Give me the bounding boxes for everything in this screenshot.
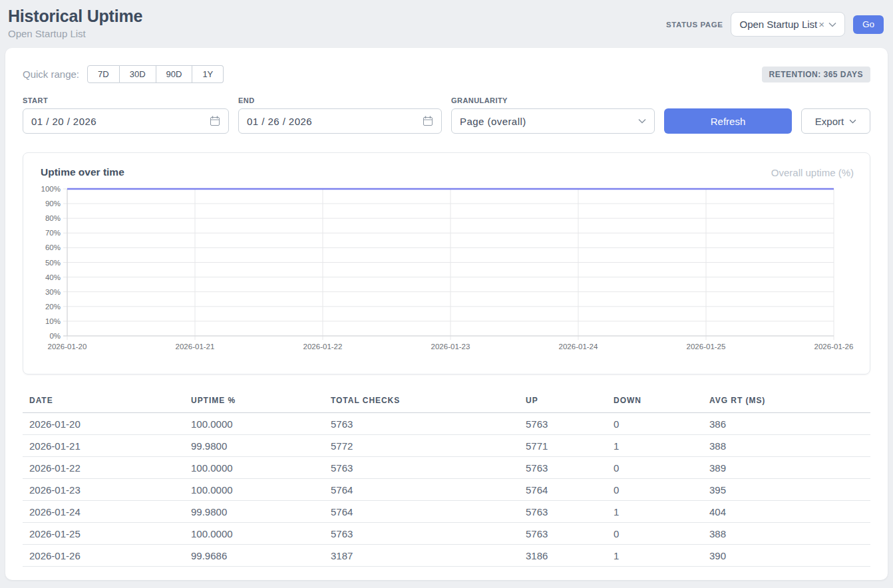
column-header: AVG RT (MS): [703, 390, 870, 413]
status-page-select[interactable]: Open Startup List ×: [731, 12, 845, 37]
status-page-select-value: Open Startup List: [739, 19, 817, 30]
export-button[interactable]: Export: [801, 108, 870, 134]
filters-row: START 01 / 20 / 2026 END 01 / 26 / 2026 …: [23, 96, 870, 134]
column-header: TOTAL CHECKS: [324, 390, 519, 413]
title-block: Historical Uptime Open Startup List: [8, 7, 142, 39]
svg-text:40%: 40%: [45, 273, 61, 281]
svg-text:0%: 0%: [49, 332, 61, 340]
granularity-value: Page (overall): [460, 116, 526, 127]
calendar-icon[interactable]: [423, 116, 433, 126]
table-cell: 1: [607, 545, 703, 567]
svg-text:60%: 60%: [45, 243, 61, 251]
start-date-value: 01 / 20 / 2026: [31, 116, 96, 127]
column-header: DATE: [23, 390, 184, 413]
column-header: UPTIME %: [184, 390, 324, 413]
clear-icon[interactable]: ×: [818, 19, 824, 30]
main-panel: Quick range: 7D30D90D1Y RETENTION: 365 D…: [5, 48, 888, 580]
quick-range-group: 7D30D90D1Y: [87, 65, 224, 83]
end-label: END: [238, 96, 442, 104]
svg-text:100%: 100%: [41, 185, 61, 193]
svg-text:10%: 10%: [45, 317, 61, 325]
table-cell: 389: [703, 457, 870, 479]
table-row: 2026-01-20100.0000576357630386: [23, 413, 870, 435]
svg-text:50%: 50%: [45, 259, 61, 267]
chevron-down-icon: [828, 22, 836, 27]
table-row: 2026-01-2199.9800577257711388: [23, 435, 870, 457]
table-cell: 2026-01-20: [23, 413, 184, 435]
start-date-input[interactable]: 01 / 20 / 2026: [23, 108, 229, 134]
svg-text:80%: 80%: [45, 214, 61, 222]
table-cell: 5763: [324, 457, 519, 479]
table-cell: 5771: [519, 435, 607, 457]
table-cell: 2026-01-23: [23, 479, 184, 501]
chevron-down-icon: [638, 118, 646, 124]
svg-text:30%: 30%: [45, 288, 61, 296]
table-cell: 5764: [519, 479, 607, 501]
svg-text:2026-01-22: 2026-01-22: [303, 343, 343, 351]
page-subtitle: Open Startup List: [8, 28, 142, 39]
svg-text:2026-01-20: 2026-01-20: [48, 343, 87, 351]
page-title: Historical Uptime: [8, 7, 142, 26]
table-cell: 2026-01-25: [23, 523, 184, 545]
granularity-label: GRANULARITY: [451, 96, 655, 104]
svg-text:2026-01-24: 2026-01-24: [559, 343, 598, 351]
table-cell: 5772: [324, 435, 519, 457]
chevron-down-icon: [849, 119, 856, 124]
table-row: 2026-01-22100.0000576357630389: [23, 457, 870, 479]
svg-text:2026-01-21: 2026-01-21: [176, 343, 215, 351]
table-cell: 0: [607, 413, 703, 435]
start-label: START: [23, 96, 229, 104]
table-cell: 99.9800: [184, 435, 324, 457]
chart-title: Uptime over time: [41, 166, 124, 178]
svg-text:2026-01-26: 2026-01-26: [814, 343, 854, 351]
table-cell: 388: [703, 523, 870, 545]
granularity-select[interactable]: Page (overall): [451, 108, 655, 134]
table-cell: 390: [703, 545, 870, 567]
table-cell: 388: [703, 435, 870, 457]
refresh-button[interactable]: Refresh: [664, 108, 792, 134]
table-cell: 2026-01-21: [23, 435, 184, 457]
table-cell: 1: [607, 435, 703, 457]
table-cell: 395: [703, 479, 870, 501]
svg-text:2026-01-25: 2026-01-25: [687, 343, 726, 351]
table-cell: 100.0000: [184, 413, 324, 435]
uptime-table-section: DATEUPTIME %TOTAL CHECKSUPDOWNAVG RT (MS…: [23, 390, 870, 567]
header-controls: STATUS PAGE Open Startup List × Go: [666, 12, 884, 37]
page-header: Historical Uptime Open Startup List STAT…: [0, 0, 893, 48]
table-cell: 5763: [519, 523, 607, 545]
svg-text:90%: 90%: [45, 200, 61, 208]
quick-range-90d[interactable]: 90D: [156, 65, 193, 83]
table-cell: 3186: [519, 545, 607, 567]
quick-range-row: Quick range: 7D30D90D1Y RETENTION: 365 D…: [23, 65, 870, 83]
uptime-table: DATEUPTIME %TOTAL CHECKSUPDOWNAVG RT (MS…: [23, 390, 870, 567]
table-cell: 2026-01-26: [23, 545, 184, 567]
quick-range-30d[interactable]: 30D: [120, 65, 156, 83]
table-cell: 99.9800: [184, 501, 324, 523]
calendar-icon[interactable]: [210, 116, 220, 126]
svg-text:20%: 20%: [45, 303, 61, 311]
table-cell: 5763: [519, 501, 607, 523]
table-cell: 3187: [324, 545, 519, 567]
table-cell: 0: [607, 457, 703, 479]
table-body: 2026-01-20100.00005763576303862026-01-21…: [23, 413, 870, 567]
export-button-label: Export: [815, 116, 844, 127]
table-cell: 5763: [324, 413, 519, 435]
quick-range-label: Quick range:: [23, 69, 79, 80]
chart-card: Uptime over time Overall uptime (%) 0%10…: [23, 152, 870, 374]
table-cell: 0: [607, 479, 703, 501]
table-cell: 386: [703, 413, 870, 435]
status-page-label: STATUS PAGE: [666, 21, 723, 29]
table-cell: 5763: [324, 523, 519, 545]
table-cell: 0: [607, 523, 703, 545]
table-cell: 2026-01-22: [23, 457, 184, 479]
table-cell: 5763: [519, 413, 607, 435]
end-date-input[interactable]: 01 / 26 / 2026: [238, 108, 442, 134]
table-row: 2026-01-2499.9800576457631404: [23, 501, 870, 523]
quick-range-1y[interactable]: 1Y: [192, 65, 224, 83]
table-cell: 5763: [519, 457, 607, 479]
quick-range-7d[interactable]: 7D: [87, 65, 120, 83]
go-button[interactable]: Go: [853, 15, 884, 34]
table-cell: 2026-01-24: [23, 501, 184, 523]
end-date-value: 01 / 26 / 2026: [247, 116, 312, 127]
column-header: DOWN: [607, 390, 703, 413]
